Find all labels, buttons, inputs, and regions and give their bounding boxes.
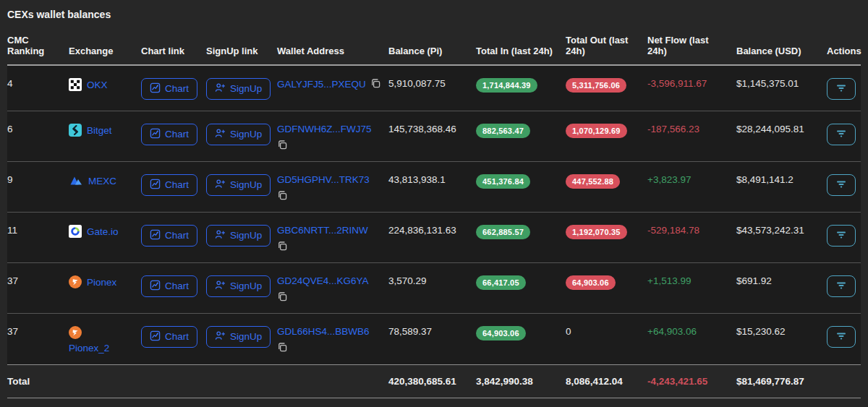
copy-icon[interactable] (370, 78, 381, 89)
balance-usd-value: $1,145,375.01 (736, 65, 827, 111)
exchange-link[interactable]: MEXC (88, 176, 116, 187)
line-chart-icon (150, 82, 161, 95)
person-add-icon (215, 229, 226, 242)
header-net-flow: Net Flow (last 24h) (647, 30, 736, 65)
total-out-badge: 447,552.88 (566, 174, 620, 189)
header-balance-usd: Balance (USD) (736, 30, 827, 65)
chart-button[interactable]: Chart (141, 78, 197, 100)
wallet-address-link[interactable]: GD5HGPHV...TRK73 (277, 174, 370, 185)
signup-button[interactable]: SignUp (206, 124, 271, 145)
signup-button-label: SignUp (230, 281, 262, 291)
pionex-logo-icon (69, 326, 82, 339)
wallet-address-link[interactable]: GBC6NRTT...2RINW (277, 225, 368, 236)
balance-usd-value: $691.92 (736, 263, 827, 314)
filter-icon (835, 229, 847, 243)
filter-icon (835, 330, 847, 344)
total-net-flow: -4,243,421.65 (647, 365, 736, 398)
exchange-link[interactable]: Bitget (87, 125, 112, 136)
total-in-badge: 451,376.84 (476, 174, 530, 189)
copy-icon[interactable] (277, 140, 381, 150)
header-balance-pi: Balance (Pi) (388, 30, 476, 65)
net-flow-value: +3,823.97 (647, 162, 736, 213)
exchange-link[interactable]: Pionex_2 (69, 343, 109, 354)
filter-action-button[interactable] (827, 326, 856, 348)
cmc-ranking-value: 6 (7, 111, 69, 162)
signup-button-label: SignUp (230, 332, 262, 342)
cmc-ranking-value: 37 (7, 314, 69, 365)
chart-button[interactable]: Chart (141, 174, 197, 196)
exchange-link[interactable]: Gate.io (87, 226, 119, 237)
signup-button[interactable]: SignUp (206, 326, 271, 348)
filter-icon (835, 179, 847, 192)
signup-button-label: SignUp (230, 129, 262, 140)
line-chart-icon (150, 280, 161, 293)
net-flow-value: +64,903.06 (647, 314, 736, 365)
chart-button[interactable]: Chart (141, 124, 197, 145)
header-wallet-address: Wallet Address (277, 30, 388, 65)
chart-button-label: Chart (165, 84, 189, 94)
filter-icon (835, 280, 847, 294)
total-in-sum: 3,842,990.38 (476, 365, 566, 398)
net-flow-value: -3,596,911.67 (647, 65, 736, 111)
total-out-badge: 5,311,756.06 (566, 78, 626, 93)
page-title: CEXs wallet balances (7, 7, 861, 30)
total-out-value: 0 (566, 314, 647, 365)
signup-button[interactable]: SignUp (206, 225, 271, 247)
table-row: 11 Gate.io Chart SignUp GBC6NRTT...2RINW… (7, 213, 861, 263)
copy-icon[interactable] (277, 241, 381, 252)
wallet-address-link[interactable]: GDFNWH6Z...FWJ75 (277, 124, 372, 134)
balance-pi-value: 78,589.37 (388, 314, 476, 365)
table-row: 37 Pionex_2 Chart SignUp GDL66HS4...BBWB… (7, 314, 861, 365)
filter-action-button[interactable] (827, 78, 856, 100)
total-out-badge: 64,903.06 (566, 275, 616, 290)
copy-icon[interactable] (277, 190, 381, 201)
pionex-logo-icon (69, 275, 82, 288)
cmc-ranking-value: 11 (7, 213, 69, 263)
balance-usd-value: $43,573,242.31 (736, 213, 827, 263)
line-chart-icon (150, 229, 161, 242)
filter-icon (835, 82, 847, 96)
exchange-link[interactable]: OKX (87, 80, 108, 90)
exchange-link[interactable]: Pionex (87, 277, 116, 288)
chart-button[interactable]: Chart (141, 225, 197, 247)
balance-usd-value: $15,230.62 (736, 314, 827, 365)
bitget-logo-icon (69, 124, 82, 137)
signup-button-label: SignUp (230, 180, 262, 190)
cmc-ranking-value: 37 (7, 263, 69, 314)
person-add-icon (215, 330, 226, 343)
header-actions: Actions (827, 30, 861, 65)
table-header: CMC Ranking Exchange Chart link SignUp l… (7, 30, 861, 65)
wallet-address-link[interactable]: GDL66HS4...BBWB6 (277, 326, 370, 337)
wallet-address-link[interactable]: GD24QVE4...KG6YA (277, 275, 369, 286)
filter-icon (835, 128, 847, 142)
person-add-icon (215, 128, 226, 141)
copy-icon[interactable] (277, 291, 381, 302)
total-out-sum: 8,086,412.04 (566, 365, 647, 398)
balance-pi-value: 43,813,938.1 (388, 162, 476, 213)
filter-action-button[interactable] (827, 275, 856, 297)
total-in-badge: 66,417.05 (476, 275, 526, 290)
chart-button[interactable]: Chart (141, 326, 197, 348)
chart-button-label: Chart (165, 281, 189, 291)
chart-button[interactable]: Chart (141, 275, 197, 297)
signup-button[interactable]: SignUp (206, 78, 271, 100)
total-balance-pi: 420,380,685.61 (388, 365, 476, 398)
filter-action-button[interactable] (827, 124, 856, 145)
signup-button-label: SignUp (230, 84, 262, 94)
signup-button[interactable]: SignUp (206, 174, 271, 196)
net-flow-value: +1,513.99 (647, 263, 736, 314)
total-balance-usd: $81,469,776.87 (736, 365, 827, 398)
filter-action-button[interactable] (827, 174, 856, 196)
total-in-badge: 64,903.06 (476, 326, 526, 340)
person-add-icon (215, 82, 226, 95)
filter-action-button[interactable] (827, 225, 856, 247)
total-label: Total (7, 365, 69, 398)
total-in-badge: 662,885.57 (476, 225, 530, 239)
signup-button[interactable]: SignUp (206, 275, 271, 297)
wallet-address-link[interactable]: GALYJFJ5...PXEQU (277, 79, 366, 90)
header-cmc-ranking: CMC Ranking (7, 30, 69, 65)
chart-button-label: Chart (165, 180, 189, 190)
total-in-badge: 882,563.47 (476, 124, 530, 138)
total-out-badge: 1,192,070.35 (566, 225, 627, 239)
copy-icon[interactable] (277, 342, 381, 353)
